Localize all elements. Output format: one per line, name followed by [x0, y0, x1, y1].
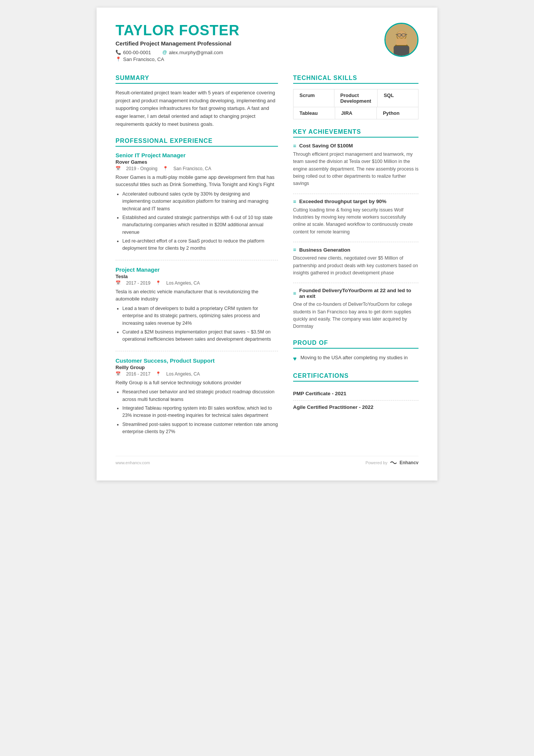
achievement-title-2: ≡ Exceeded throughput target by 90%	[293, 199, 418, 205]
heart-icon: ♥	[293, 354, 297, 363]
achievement-3: ≡ Business Generation Discovered new cli…	[293, 247, 418, 277]
skill-tableau: Tableau	[293, 107, 335, 119]
exp-meta-3: 📅 2016 - 2017 📍 Los Angeles, CA	[116, 371, 278, 377]
skills-grid: Scrum Product Development SQL Tableau JI…	[293, 89, 418, 119]
contact-row-1: 📞 600-00-0001 @ alex.murphy@gmail.com	[116, 50, 384, 55]
cert-1: PMP Certificate - 2021	[293, 387, 418, 401]
certifications-section: CERTIFICATIONS PMP Certificate - 2021 Ag…	[293, 373, 418, 414]
email-icon: @	[162, 50, 167, 55]
achievement-divider-3	[293, 283, 418, 283]
achievement-1: ≡ Cost Saving Of $100M Through efficient…	[293, 143, 418, 188]
header-left: TAYLOR FOSTER Certified Project Manageme…	[116, 23, 384, 63]
header: TAYLOR FOSTER Certified Project Manageme…	[116, 23, 418, 63]
achievements-section: KEY ACHIEVEMENTS ≡ Cost Saving Of $100M …	[293, 128, 418, 330]
date-icon-1: 📅	[116, 166, 121, 171]
resume-page: TAYLOR FOSTER Certified Project Manageme…	[97, 8, 437, 481]
skill-sql: SQL	[378, 89, 418, 107]
brand-name: Enhancv	[400, 460, 418, 465]
date-icon-2: 📅	[116, 280, 121, 285]
achievement-divider-1	[293, 194, 418, 194]
achievement-divider-2	[293, 242, 418, 242]
loc-icon-3: 📍	[156, 371, 161, 376]
exp-meta-2: 📅 2017 - 2019 📍 Los Angeles, CA	[116, 280, 278, 286]
achievement-4: ≡ Founded DeliveryToYourDorm at 22 and l…	[293, 288, 418, 330]
footer: www.enhancv.com Powered by Enhancv	[116, 456, 418, 465]
exp-date-2: 2017 - 2019	[126, 280, 150, 286]
experience-entry-2: Project Manager Tesla 📅 2017 - 2019 📍 Lo…	[116, 266, 278, 343]
skill-jira: JIRA	[335, 107, 377, 119]
proud-of-title: PROUD OF	[293, 340, 418, 349]
location-icon: 📍	[116, 56, 121, 62]
achievement-2: ≡ Exceeded throughput target by 90% Cutt…	[293, 199, 418, 236]
exp-bullets-1: Accelerated outbound sales cycle by 330%…	[116, 191, 278, 252]
contact-row-2: 📍 San Francisco, CA	[116, 56, 384, 62]
achievement-text-3: Discovered new clients, negotiated over …	[293, 255, 418, 277]
date-icon-3: 📅	[116, 371, 121, 376]
achievement-icon-4: ≡	[293, 290, 296, 296]
loc-icon-1: 📍	[163, 166, 168, 171]
experience-entry-3: Customer Success, Product Support Reilly…	[116, 357, 278, 436]
avatar	[384, 23, 418, 57]
candidate-title: Certified Project Management Professiona…	[116, 40, 384, 47]
footer-brand: Powered by Enhancv	[365, 460, 418, 465]
right-column: TECHNICAL SKILLS Scrum Product Developme…	[293, 75, 418, 445]
exp-bullets-2: Lead a team of developers to build a pro…	[116, 305, 278, 343]
email-contact: @ alex.murphy@gmail.com	[162, 50, 223, 55]
phone-icon: 📞	[116, 50, 121, 55]
experience-title: PROFESSIONAL EXPERIENCE	[116, 138, 278, 147]
exp-loc-2: Los Angeles, CA	[166, 280, 200, 286]
svg-rect-5	[396, 39, 407, 45]
exp-desc-2: Tesla is an electric vehicle manufacture…	[116, 288, 278, 303]
exp-date-3: 2016 - 2017	[126, 371, 150, 377]
achievements-title: KEY ACHIEVEMENTS	[293, 128, 418, 138]
exp-date-1: 2019 - Ongoing	[126, 166, 158, 171]
skill-scrum: Scrum	[293, 89, 334, 107]
exp-divider-2	[116, 351, 278, 351]
exp-role-1: Senior IT Project Manager	[116, 152, 278, 158]
achievement-text-2: Cutting loading time & fixing key securi…	[293, 207, 418, 236]
skill-python: Python	[377, 107, 418, 119]
exp-meta-1: 📅 2019 - Ongoing 📍 San Francisco, CA	[116, 166, 278, 171]
proud-of-section: PROUD OF ♥ Moving to the USA after compl…	[293, 340, 418, 363]
achievement-icon-1: ≡	[293, 143, 296, 149]
exp-company-2: Tesla	[116, 274, 278, 279]
exp-bullets-3: Researched user behavior and led strateg…	[116, 388, 278, 435]
achievement-text-1: Through efficient project management and…	[293, 151, 418, 188]
exp-desc-3: Reilly Group is a full service technolog…	[116, 379, 278, 387]
achievement-text-4: One of the co-founders of DeliverToYourD…	[293, 301, 418, 330]
loc-icon-2: 📍	[156, 280, 161, 285]
candidate-name: TAYLOR FOSTER	[116, 23, 384, 39]
location-contact: 📍 San Francisco, CA	[116, 56, 164, 62]
summary-title: SUMMARY	[116, 75, 278, 84]
summary-text: Result-orientated project team leader wi…	[116, 89, 278, 128]
exp-role-2: Project Manager	[116, 266, 278, 273]
svg-rect-3	[393, 46, 409, 56]
exp-company-3: Reilly Group	[116, 365, 278, 370]
bullet-1-3: Led re-architect effort of a core SaaS p…	[122, 238, 278, 252]
exp-loc-3: Los Angeles, CA	[166, 371, 200, 377]
exp-role-3: Customer Success, Product Support	[116, 357, 278, 364]
bullet-3-3: Streamlined post-sales support to increa…	[122, 421, 278, 436]
achievement-icon-2: ≡	[293, 199, 296, 205]
achievement-icon-3: ≡	[293, 247, 296, 253]
footer-website: www.enhancv.com	[116, 460, 150, 465]
bullet-2-1: Lead a team of developers to build a pro…	[122, 305, 278, 327]
location-text: San Francisco, CA	[123, 56, 164, 62]
left-column: SUMMARY Result-orientated project team l…	[116, 75, 278, 445]
skill-row-1: Scrum Product Development SQL	[293, 89, 418, 107]
cert-2: Agile Certified Practitioner - 2022	[293, 401, 418, 414]
bullet-1-1: Accelerated outbound sales cycle by 330%…	[122, 191, 278, 213]
enhancv-logo-icon	[390, 460, 397, 465]
skill-row-2: Tableau JIRA Python	[293, 107, 418, 119]
exp-loc-1: San Francisco, CA	[173, 166, 211, 171]
proud-text-1: Moving to the USA after completing my st…	[300, 354, 408, 362]
proud-item-1: ♥ Moving to the USA after completing my …	[293, 354, 418, 363]
achievement-title-3: ≡ Business Generation	[293, 247, 418, 253]
two-column-layout: SUMMARY Result-orientated project team l…	[116, 75, 418, 445]
bullet-3-1: Researched user behavior and led strateg…	[122, 388, 278, 403]
exp-desc-1: Rover Games is a multi-play mobile game …	[116, 174, 278, 188]
experience-section: PROFESSIONAL EXPERIENCE Senior IT Projec…	[116, 138, 278, 436]
exp-company-1: Rover Games	[116, 159, 278, 165]
phone-contact: 📞 600-00-0001	[116, 50, 151, 55]
bullet-3-2: Integrated Tableau reporting system into…	[122, 405, 278, 419]
